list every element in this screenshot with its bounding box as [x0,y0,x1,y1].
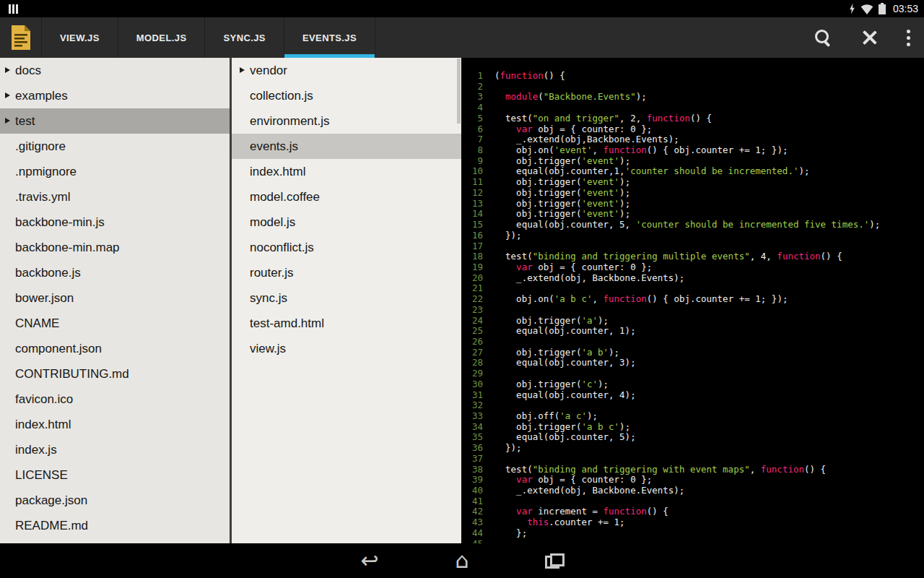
file-item-collection-js[interactable]: collection.js [232,83,461,108]
file-item-gitignore[interactable]: .gitignore [0,134,230,159]
file-item-cname[interactable]: CNAME [0,311,230,336]
code-line-40: 40 _.extend(obj, Backbone.Events); [461,486,924,496]
item-label: docs [15,64,41,78]
code-text: obj.trigger('event'); [483,209,630,220]
code-line-30: 30 obj.trigger('c'); [461,379,924,390]
scrollbar-thumb[interactable] [457,59,461,124]
line-number: 8 [461,145,483,156]
home-button[interactable]: ⌂ [416,543,508,578]
code-editor[interactable]: 1(function() {23 module("Backbone.Events… [461,58,924,543]
folder-item-docs[interactable]: docs [0,58,230,83]
code-line-7: 7 _.extend(obj,Backbone.Events); [461,134,924,145]
line-number: 25 [461,326,483,337]
folder-item-test[interactable]: test [0,108,230,134]
file-item-bower-json[interactable]: bower.json [0,285,230,311]
file-item-model-js[interactable]: model.js [232,210,461,235]
close-button[interactable] [846,17,892,58]
code-text [483,103,494,113]
file-item-test-amd-html[interactable]: test-amd.html [232,311,461,336]
tab-events-js[interactable]: EVENTS.JS [284,17,375,58]
code-line-9: 9 obj.trigger('event'); [461,156,924,167]
file-item-index-html[interactable]: index.html [232,159,461,184]
folder-expand-icon [5,92,10,98]
code-text: var obj = { counter: 0 }; [483,475,652,486]
code-document-logo-icon [10,25,32,51]
code-line-38: 38 test("binding and triggering with eve… [461,465,924,475]
navigation-bar: ↩ ⌂ [0,543,924,578]
item-label: environment.js [250,114,330,129]
file-item-environment-js[interactable]: environment.js [232,108,461,134]
file-item-component-json[interactable]: component.json [0,336,230,361]
file-item-backbone-min-map[interactable]: backbone-min.map [0,235,230,260]
item-label: CONTRIBUTING.md [15,367,129,381]
line-number: 17 [461,241,483,252]
line-number: 30 [461,379,483,390]
code-line-35: 35 equal(obj.counter, 5); [461,432,924,443]
file-item-npmignore[interactable]: .npmignore [0,159,230,184]
code-line-11: 11 obj.trigger('event'); [461,177,924,188]
line-number: 37 [461,454,483,465]
file-item-events-js[interactable]: events.js [232,134,461,159]
file-item-model-coffee[interactable]: model.coffee [232,184,461,210]
code-text: equal(obj.counter, 1); [483,326,636,337]
line-number: 44 [461,528,483,539]
line-number: 26 [461,337,483,348]
file-item-license[interactable]: LICENSE [0,462,230,488]
item-label: test-amd.html [250,316,324,331]
notification-bars-icon [9,4,18,14]
line-number: 43 [461,517,483,528]
code-line-18: 18 test("binding and triggering multiple… [461,251,924,262]
tab-sync-js[interactable]: SYNC.JS [205,17,284,58]
item-label: backbone-min.js [15,215,105,230]
file-item-backbone-min-js[interactable]: backbone-min.js [0,210,230,235]
folder-item-examples[interactable]: examples [0,83,230,108]
line-number: 33 [461,411,483,422]
tab-bar: VIEW.JSMODEL.JSSYNC.JSEVENTS.JS [42,17,375,58]
search-button[interactable] [800,17,846,58]
code-line-4: 4 [461,103,924,113]
file-item-view-js[interactable]: view.js [232,336,461,361]
overflow-menu-button[interactable] [892,17,924,58]
code-line-32: 32 [461,400,924,411]
recents-button[interactable] [508,543,601,578]
code-text: equal(obj.counter, 4); [483,390,636,401]
code-text [483,368,494,379]
back-button[interactable]: ↩ [323,543,416,578]
line-number: 4 [461,103,483,113]
home-icon: ⌂ [455,550,468,571]
line-number: 12 [461,188,483,199]
code-text: test("binding and triggering multiple ev… [483,251,842,262]
line-number: 28 [461,358,483,368]
item-label: bower.json [15,291,74,306]
file-item-noconflict-js[interactable]: noconflict.js [232,235,461,260]
code-line-14: 14 obj.trigger('event'); [461,209,924,220]
folder-item-vendor[interactable]: vendor [232,58,461,83]
line-number: 5 [461,113,483,124]
search-icon [814,28,832,47]
file-item-sync-js[interactable]: sync.js [232,285,461,311]
file-item-travis-yml[interactable]: .travis.yml [0,184,230,210]
file-item-favicon-ico[interactable]: favicon.ico [0,387,230,412]
file-item-index-js[interactable]: index.js [0,437,230,462]
line-number: 36 [461,443,483,454]
code-text: obj.trigger('a b c'); [483,422,630,433]
item-label: noconflict.js [250,241,314,255]
file-item-router-js[interactable]: router.js [232,260,461,285]
app-icon[interactable] [0,17,42,58]
back-icon: ↩ [360,550,378,571]
code-text: var obj = { counter: 0 }; [483,124,652,135]
line-number: 2 [461,82,483,92]
file-item-index-html[interactable]: index.html [0,412,230,437]
file-item-backbone-js[interactable]: backbone.js [0,260,230,285]
tab-view-js[interactable]: VIEW.JS [42,17,118,58]
code-text: equal(obj.counter, 5, 'counter should be… [483,220,880,230]
code-text: obj.trigger('event'); [483,156,630,167]
file-item-package-json[interactable]: package.json [0,488,230,513]
tab-model-js[interactable]: MODEL.JS [118,17,206,58]
file-item-contributing-md[interactable]: CONTRIBUTING.md [0,361,230,387]
code-line-29: 29 [461,368,924,379]
tab-label: EVENTS.JS [302,33,357,43]
code-text [483,400,494,411]
item-label: component.json [15,342,102,356]
file-item-readme-md[interactable]: README.md [0,513,230,538]
